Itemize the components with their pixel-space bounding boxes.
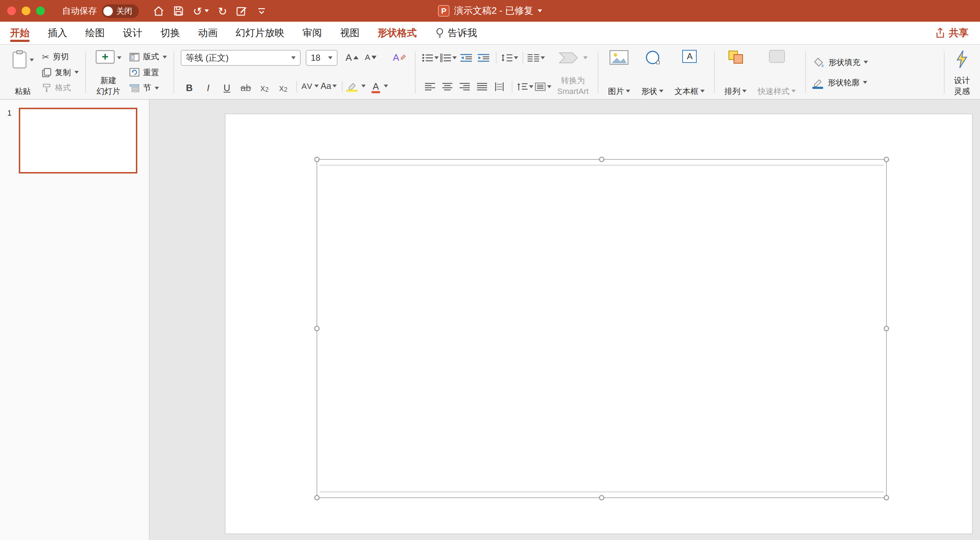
layout-dropdown-icon[interactable]: [162, 55, 167, 58]
convert-to-smartart-button[interactable]: 转换为 SmartArt: [554, 48, 592, 97]
save-icon[interactable]: [173, 6, 184, 16]
decrease-indent-button[interactable]: [458, 50, 474, 66]
resize-handle-bottom-right[interactable]: [884, 495, 889, 500]
shape-outline-button[interactable]: 形状轮廓: [813, 76, 868, 89]
window-titlebar: 自动保存 关闭 ↺ ↻ P: [0, 0, 980, 22]
mini-divider: [296, 81, 297, 92]
new-slide-dropdown-icon[interactable]: [117, 56, 121, 59]
tab-review[interactable]: 审阅: [302, 22, 322, 44]
picture-button[interactable]: 图片: [605, 48, 633, 97]
align-text-vertical-button[interactable]: [535, 79, 551, 95]
textbox-dropdown-icon[interactable]: [701, 90, 705, 93]
textbox-button[interactable]: A 文本框: [672, 48, 708, 97]
tab-home[interactable]: 开始: [10, 22, 30, 44]
align-center-button[interactable]: [439, 79, 455, 95]
customize-toolbar-icon[interactable]: [256, 6, 267, 15]
change-case-button[interactable]: Aa: [320, 79, 337, 95]
minimize-window-button[interactable]: [22, 6, 30, 15]
shapes-dropdown-icon[interactable]: [659, 90, 664, 93]
section-button[interactable]: 节: [129, 81, 167, 95]
document-title-dropdown-icon[interactable]: [538, 10, 542, 12]
tab-animations[interactable]: 动画: [198, 22, 218, 44]
slide-thumbnail-1[interactable]: [19, 108, 137, 174]
numbering-button[interactable]: [440, 50, 457, 66]
fullscreen-window-button[interactable]: [36, 6, 45, 15]
font-color-button[interactable]: A: [371, 79, 389, 95]
underline-label: U: [224, 83, 231, 93]
text-direction-button[interactable]: [517, 79, 533, 95]
font-size-select[interactable]: 18: [306, 50, 337, 66]
selected-content-placeholder[interactable]: [317, 159, 887, 498]
arrange-label: 排列: [724, 87, 740, 96]
layout-button[interactable]: 版式: [129, 50, 167, 64]
close-window-button[interactable]: [7, 6, 16, 15]
new-slide-button[interactable]: 新建 幻灯片: [92, 48, 124, 97]
align-left-icon: [425, 83, 435, 91]
resize-handle-top-right[interactable]: [884, 157, 889, 162]
tab-transitions[interactable]: 切换: [161, 22, 180, 44]
paste-dropdown-icon[interactable]: [30, 58, 34, 61]
resize-handle-top-left[interactable]: [314, 157, 320, 162]
tab-view[interactable]: 视图: [340, 22, 360, 44]
paste-label: 粘贴: [15, 87, 31, 96]
character-spacing-button[interactable]: AV: [301, 79, 319, 95]
clear-formatting-button[interactable]: A: [391, 50, 408, 66]
quick-styles-button[interactable]: 快速样式: [755, 48, 799, 97]
highlight-dropdown-icon: [361, 84, 366, 88]
redo-icon[interactable]: ↻: [218, 5, 227, 16]
shape-fill-dropdown-icon[interactable]: [864, 61, 868, 64]
section-dropdown-icon[interactable]: [155, 86, 159, 89]
justify-button[interactable]: [474, 79, 490, 95]
editing-canvas: [150, 100, 980, 540]
autosave-toggle[interactable]: 关闭: [102, 4, 139, 18]
share-button[interactable]: 共享: [935, 22, 969, 44]
italic-button[interactable]: I: [199, 79, 217, 95]
shapes-button[interactable]: 形状: [638, 48, 667, 97]
resize-handle-middle-left[interactable]: [314, 326, 320, 331]
resize-handle-bottom-left[interactable]: [314, 495, 320, 500]
format-painter-button[interactable]: 格式: [42, 81, 79, 95]
increase-indent-button[interactable]: [476, 50, 492, 66]
quick-styles-dropdown-icon: [792, 90, 796, 93]
tab-tell-me[interactable]: 告诉我: [435, 22, 477, 44]
columns-button[interactable]: [528, 50, 545, 66]
text-highlight-button[interactable]: [347, 79, 366, 95]
align-left-button[interactable]: [422, 79, 438, 95]
paste-button[interactable]: 粘贴: [9, 48, 37, 97]
decrease-font-size-button[interactable]: A: [362, 50, 379, 66]
shape-fill-button[interactable]: 形状填充: [813, 55, 868, 69]
strikethrough-button[interactable]: ab: [237, 79, 255, 95]
tab-shape-format[interactable]: 形状格式: [378, 22, 417, 44]
undo-button[interactable]: ↺: [193, 5, 208, 16]
resize-handle-top-middle[interactable]: [599, 157, 604, 162]
distribute-text-button[interactable]: [492, 79, 508, 95]
edit-document-icon[interactable]: [236, 6, 247, 16]
tab-slideshow[interactable]: 幻灯片放映: [235, 22, 285, 44]
font-name-select[interactable]: 等线 (正文): [181, 50, 301, 66]
line-spacing-button[interactable]: [501, 50, 518, 66]
reset-button[interactable]: 重置: [129, 65, 167, 79]
copy-dropdown-icon[interactable]: [75, 71, 79, 74]
underline-button[interactable]: U: [218, 79, 235, 95]
picture-dropdown-icon[interactable]: [626, 90, 630, 93]
bullets-button[interactable]: [422, 50, 439, 66]
undo-dropdown-icon[interactable]: [204, 10, 208, 12]
arrange-button[interactable]: 排列: [722, 48, 750, 97]
bold-button[interactable]: B: [181, 79, 198, 95]
shape-outline-dropdown-icon[interactable]: [863, 81, 868, 84]
increase-font-size-button[interactable]: A: [343, 50, 361, 66]
resize-handle-middle-right[interactable]: [884, 326, 889, 331]
align-right-button[interactable]: [457, 79, 473, 95]
superscript-button[interactable]: x2: [256, 79, 273, 95]
subscript-button[interactable]: x2: [275, 79, 292, 95]
resize-handle-bottom-middle[interactable]: [599, 495, 604, 500]
tab-draw[interactable]: 绘图: [85, 22, 105, 44]
tab-insert[interactable]: 插入: [48, 22, 67, 44]
tab-design[interactable]: 设计: [123, 22, 142, 44]
cut-button[interactable]: ✂ 剪切: [42, 50, 79, 64]
copy-button[interactable]: 复制: [42, 65, 79, 79]
arrange-dropdown-icon[interactable]: [743, 90, 747, 93]
home-icon[interactable]: [153, 6, 164, 16]
slide-canvas[interactable]: [225, 113, 973, 534]
design-ideas-button[interactable]: 设计 灵感: [951, 48, 973, 97]
